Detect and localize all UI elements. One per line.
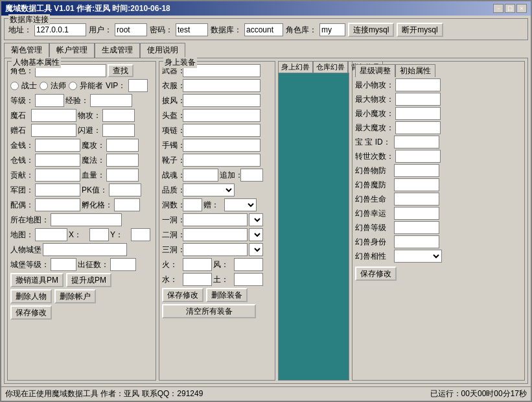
huo-feng-row: 火： 风： (162, 258, 272, 271)
delete-account-button[interactable]: 删除帐户 (54, 289, 96, 303)
zuixiaowugong-input[interactable] (395, 78, 441, 91)
clear-equip-button[interactable]: 清空所有装备 (162, 304, 256, 318)
zeng-label: 赠： (203, 200, 223, 211)
chengbao-input[interactable] (43, 243, 127, 256)
suozai-input[interactable] (51, 213, 122, 226)
del-equip-button[interactable]: 删除装备 (206, 288, 248, 302)
window-title: 魔域数据工具 V1.01 作者:亚风 时间:2010-06-18 (5, 3, 170, 14)
mofang-input[interactable] (394, 178, 439, 191)
y-input[interactable] (131, 228, 150, 241)
zeng-select[interactable] (224, 198, 257, 211)
huo-label: 火： (162, 259, 181, 270)
chengbao-level-input[interactable] (51, 258, 76, 271)
x-input[interactable] (89, 228, 109, 241)
pwd-input[interactable] (176, 23, 208, 36)
toupao-input[interactable] (183, 109, 260, 122)
pk-input[interactable] (109, 183, 141, 196)
warrior-radio[interactable] (10, 82, 19, 90)
level-input[interactable] (35, 94, 64, 107)
yidong-input[interactable] (183, 213, 248, 226)
dongshu-input[interactable] (183, 198, 202, 211)
shouhuan-input[interactable] (183, 139, 260, 152)
xingyun-input[interactable] (394, 207, 439, 220)
exp-input[interactable] (90, 94, 132, 107)
huo-input[interactable] (183, 258, 212, 271)
tab-help[interactable]: 使用说明 (140, 43, 185, 58)
shui-input[interactable] (183, 273, 212, 286)
xiezi-input[interactable] (183, 154, 260, 167)
chengbao-row: 人物城堡 (10, 243, 153, 256)
yifu-input[interactable] (183, 79, 260, 92)
xinxiang-select[interactable] (394, 250, 442, 263)
shanguang-input[interactable] (102, 124, 135, 137)
sandong-input[interactable] (183, 243, 248, 256)
tianjia-input[interactable] (240, 169, 263, 182)
tu-label: 土： (213, 274, 233, 285)
maximize-button[interactable]: 口 (505, 4, 515, 13)
bao-id-input[interactable] (394, 136, 439, 148)
cancel-pm-button[interactable]: 撤销道具PM (10, 273, 64, 287)
feng-input[interactable] (234, 258, 263, 271)
xueling-input[interactable] (106, 169, 139, 182)
moshi-input[interactable] (31, 109, 76, 122)
peiou-input[interactable] (35, 198, 80, 211)
connect-button[interactable]: 连接mysql (348, 23, 394, 37)
erdong-input[interactable] (183, 228, 248, 241)
x-label: X： (69, 230, 88, 241)
role-input[interactable] (319, 23, 345, 36)
mofa-input[interactable] (106, 154, 139, 167)
save-equip-button[interactable]: 保存修改 (162, 288, 203, 302)
save-left-button[interactable]: 保存修改 (10, 305, 52, 320)
ditu-input[interactable] (35, 228, 67, 241)
pinzhi-select[interactable] (183, 183, 235, 196)
junduan-input[interactable] (35, 183, 80, 196)
tab-star-adjust[interactable]: 星级调整 (355, 64, 395, 77)
shenfen-input[interactable] (394, 235, 439, 248)
jinqian-input[interactable] (35, 139, 80, 152)
mage-radio[interactable] (40, 82, 48, 90)
vip-input[interactable] (128, 79, 148, 92)
tab-juse[interactable]: 菊色管理 (4, 43, 49, 58)
minimize-button[interactable]: － (493, 4, 503, 13)
delete-role-button[interactable]: 删除人物 (10, 289, 52, 303)
tab-init-attr[interactable]: 初始属性 (395, 64, 435, 77)
yidong-select[interactable] (249, 213, 263, 226)
fuhage-input[interactable] (114, 198, 140, 211)
zhanhun-input[interactable] (183, 169, 218, 182)
zuidamogong-input[interactable] (395, 121, 441, 134)
chuzhen-input[interactable] (110, 258, 136, 271)
zhuanshi-input[interactable] (395, 150, 441, 163)
db-input[interactable] (244, 23, 283, 36)
tab-account[interactable]: 帐户管理 (49, 43, 95, 58)
gongxian-input[interactable] (35, 169, 80, 182)
sandong-select[interactable] (249, 243, 263, 256)
zengshi-input[interactable] (31, 124, 76, 137)
shenfen-label: 幻兽身份 (355, 237, 393, 248)
user-input[interactable] (115, 23, 147, 36)
dongshu-label: 洞数： (162, 200, 181, 211)
find-button[interactable]: 查找 (108, 64, 133, 77)
tab-body-pet[interactable]: 身上幻兽 (278, 61, 313, 73)
tab-generate[interactable]: 生成管理 (95, 43, 140, 58)
pifeng-input[interactable] (183, 94, 260, 107)
wugong-input[interactable] (102, 109, 135, 122)
promote-pm-button[interactable]: 提升成PM (66, 273, 111, 287)
erdong-select[interactable] (249, 228, 263, 241)
xianlian-row: 项链： (162, 124, 272, 137)
addr-input[interactable] (34, 23, 86, 36)
tu-input[interactable] (234, 273, 263, 286)
mogong-input[interactable] (106, 139, 139, 152)
save-right-button[interactable]: 保存修改 (355, 266, 397, 281)
close-button[interactable]: × (516, 4, 527, 13)
wufang-input[interactable] (394, 164, 439, 177)
psy-radio[interactable] (69, 82, 77, 90)
cangqian-input[interactable] (35, 154, 80, 167)
xianlian-input[interactable] (183, 124, 260, 137)
disconnect-button[interactable]: 断开mysql (397, 23, 443, 37)
dengji-input[interactable] (394, 221, 439, 234)
tab-storage-pet[interactable]: 仓库幻兽 (313, 61, 348, 73)
zuidawugong-input[interactable] (395, 93, 441, 106)
zuixiaomogong-input[interactable] (395, 107, 441, 120)
feng-label: 风： (213, 259, 233, 270)
xueling-input[interactable] (394, 193, 439, 206)
